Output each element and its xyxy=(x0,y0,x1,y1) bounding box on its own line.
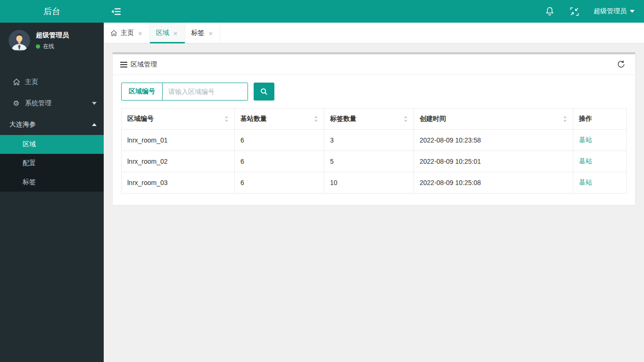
cell-base-stations: 6 xyxy=(235,172,324,194)
tab-tag[interactable]: 标签 × xyxy=(185,23,221,43)
sidebar-item-label: 大连海参 xyxy=(9,120,36,129)
cell-created: 2022-08-09 10:23:58 xyxy=(414,130,573,151)
region-management-card: 区域管理 区域编号 xyxy=(112,52,636,205)
chevron-up-icon xyxy=(92,123,97,126)
search-icon xyxy=(260,88,268,95)
fullscreen-toggle-button[interactable] xyxy=(562,0,587,23)
user-dropdown-label: 超级管理员 xyxy=(594,7,627,16)
sidebar-item-label: 系统管理 xyxy=(25,99,51,108)
table-row: lnrx_room_01 6 3 2022-08-09 10:23:58 基站 xyxy=(122,130,627,151)
chevron-down-icon xyxy=(92,102,97,105)
cell-tags: 10 xyxy=(324,172,414,194)
online-dot-icon xyxy=(36,44,40,49)
cell-created: 2022-08-09 10:25:08 xyxy=(414,172,573,194)
cell-tags: 3 xyxy=(324,130,414,151)
sidebar-toggle-button[interactable] xyxy=(104,0,128,23)
refresh-icon xyxy=(617,60,626,69)
region-id-search-input[interactable] xyxy=(163,83,248,100)
close-icon[interactable]: × xyxy=(208,29,214,38)
sidebar-item-label: 标签 xyxy=(23,178,36,186)
search-input-group: 区域编号 xyxy=(121,83,248,101)
column-header-actions: 操作 xyxy=(573,109,627,130)
sort-icon xyxy=(314,116,318,122)
user-dropdown[interactable]: 超级管理员 xyxy=(587,0,644,23)
user-name: 超级管理员 xyxy=(36,31,69,40)
brand-logo: 后台 xyxy=(0,0,104,23)
sidebar-item-label: 主页 xyxy=(25,78,38,86)
page-title: 区域管理 xyxy=(131,60,157,69)
compress-icon xyxy=(570,7,579,16)
cell-region-id: lnrx_room_01 xyxy=(122,130,235,151)
caret-down-icon xyxy=(630,10,635,13)
tab-bar: 主页 × 区域 × 标签 × xyxy=(104,23,644,43)
base-station-link[interactable]: 基站 xyxy=(579,136,592,143)
sort-icon xyxy=(224,116,229,122)
gear-icon: ⚙ xyxy=(12,99,20,108)
close-icon[interactable]: × xyxy=(173,29,179,38)
sidebar-item-home[interactable]: 主页 xyxy=(0,71,104,93)
home-icon xyxy=(110,30,117,36)
sidebar: 后台 超级管理员 在线 xyxy=(0,0,104,362)
home-icon xyxy=(12,78,20,85)
user-panel: 超级管理员 在线 xyxy=(0,23,104,57)
sidebar-item-region[interactable]: 区域 xyxy=(0,135,104,154)
search-field-label: 区域编号 xyxy=(122,83,163,100)
close-icon[interactable]: × xyxy=(137,29,143,38)
tab-home[interactable]: 主页 × xyxy=(104,23,150,43)
user-status: 在线 xyxy=(43,42,54,51)
table-row: lnrx_room_03 6 10 2022-08-09 10:25:08 基站 xyxy=(122,172,627,194)
card-body: 区域编号 区域编号 xyxy=(113,75,635,205)
sidebar-item-label: 区域 xyxy=(23,140,36,149)
cell-base-stations: 6 xyxy=(235,130,324,151)
cell-region-id: lnrx_room_03 xyxy=(122,172,235,194)
tab-label: 标签 xyxy=(191,29,205,37)
bell-icon xyxy=(545,7,554,16)
card-header: 区域管理 xyxy=(113,54,635,75)
avatar xyxy=(8,30,30,51)
menu-fold-icon xyxy=(111,8,121,15)
cell-region-id: lnrx_room_02 xyxy=(122,151,235,172)
sort-icon xyxy=(563,116,567,122)
notifications-button[interactable] xyxy=(537,0,562,23)
column-header-region-id[interactable]: 区域编号 xyxy=(122,109,235,130)
sidebar-item-tag[interactable]: 标签 xyxy=(0,173,104,192)
top-header: 超级管理员 xyxy=(104,0,644,23)
sidebar-item-config[interactable]: 配置 xyxy=(0,154,104,173)
tab-label: 主页 xyxy=(121,29,134,37)
cell-base-stations: 6 xyxy=(235,151,324,172)
sidebar-nav: 主页 ⚙ 系统管理 大连海参 区域 配置 标签 xyxy=(0,71,104,192)
table-header-row: 区域编号 基站数量 标签数量 xyxy=(122,109,627,130)
admin-app: 后台 超级管理员 在线 xyxy=(0,0,644,362)
column-header-tags[interactable]: 标签数量 xyxy=(324,109,414,130)
base-station-link[interactable]: 基站 xyxy=(579,178,592,186)
sidebar-item-dalian[interactable]: 大连海参 xyxy=(0,114,104,135)
table-row: lnrx_room_02 6 5 2022-08-09 10:25:01 基站 xyxy=(122,151,627,172)
base-station-link[interactable]: 基站 xyxy=(579,157,592,165)
column-header-base-stations[interactable]: 基站数量 xyxy=(235,109,324,130)
sidebar-submenu: 区域 配置 标签 xyxy=(0,135,104,192)
search-row: 区域编号 xyxy=(121,83,627,101)
list-icon xyxy=(120,62,127,67)
sidebar-item-label: 配置 xyxy=(23,159,36,168)
column-header-created[interactable]: 创建时间 xyxy=(414,109,573,130)
cell-tags: 5 xyxy=(324,151,414,172)
cell-created: 2022-08-09 10:25:01 xyxy=(414,151,573,172)
region-table: 区域编号 基站数量 标签数量 xyxy=(121,108,627,194)
main-content: 区域管理 区域编号 xyxy=(104,43,644,362)
tab-region[interactable]: 区域 × xyxy=(150,23,185,43)
refresh-button[interactable] xyxy=(615,58,627,71)
search-button[interactable] xyxy=(254,83,274,101)
sort-icon xyxy=(404,116,408,122)
tab-label: 区域 xyxy=(156,29,169,37)
sidebar-item-system[interactable]: ⚙ 系统管理 xyxy=(0,93,104,114)
